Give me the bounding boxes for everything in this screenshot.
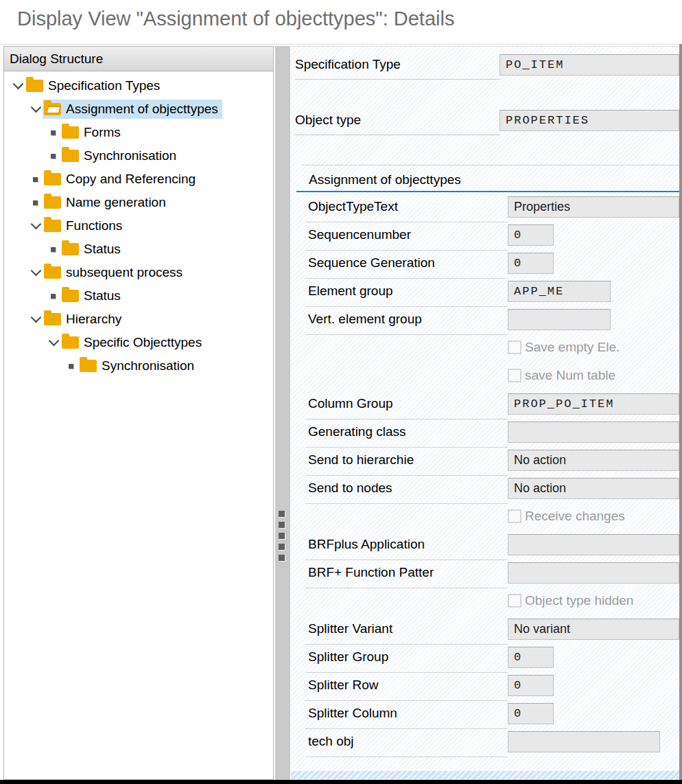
splitter-variant-field[interactable]: No variant — [508, 619, 679, 640]
tree-item-body: Specification Types — [25, 76, 164, 95]
form-row-splitter-group: Splitter Group0 — [291, 647, 679, 675]
object-type-field[interactable]: PROPERTIES — [499, 110, 679, 131]
chevron-down-icon[interactable] — [29, 270, 43, 275]
form-row-column-group: Column GroupPROP_PO_ITEM — [291, 393, 679, 422]
folder-icon — [44, 196, 61, 209]
checkbox-spacer — [305, 337, 508, 340]
tree-item-body: Status — [60, 240, 125, 259]
element-group-field[interactable]: APP_ME — [508, 281, 611, 302]
objecttypetext-label: ObjectTypeText — [305, 196, 508, 214]
splitter-column-field[interactable]: 0 — [508, 703, 554, 724]
generating-class-label: Generating class — [305, 422, 508, 439]
page-title: Display View "Assignment of objecttypes"… — [17, 8, 454, 30]
folder-icon — [44, 220, 61, 232]
form-row-send-to-hierarchie: Send to hierarchieNo action — [291, 450, 679, 478]
tree-item-status[interactable]: Status — [4, 238, 273, 261]
splitter-handle-icon[interactable] — [279, 511, 285, 566]
tree-item-body: Synchronisation — [78, 356, 198, 376]
column-group-field[interactable]: PROP_PO_ITEM — [508, 393, 679, 415]
brf-function-patter-field[interactable] — [508, 562, 679, 584]
chevron-down-icon[interactable] — [11, 84, 25, 88]
form-row-vert-element-group: Vert. element group — [291, 309, 679, 337]
tree-item-status[interactable]: Status — [4, 284, 273, 308]
chevron-down-icon[interactable] — [29, 224, 43, 228]
dialog-structure-header: Dialog Structure — [4, 47, 273, 71]
column-group-label: Column Group — [305, 393, 508, 411]
tree-item-synchronisation[interactable]: Synchronisation — [4, 354, 273, 378]
chevron-down-icon[interactable] — [47, 341, 60, 345]
tree-item-functions[interactable]: Functions — [4, 214, 273, 238]
folder-icon — [80, 360, 97, 372]
tree-item-synchronisation[interactable]: Synchronisation — [4, 144, 273, 168]
tree-item-forms[interactable]: Forms — [4, 121, 273, 144]
specification-type-field[interactable]: PO_ITEM — [499, 54, 679, 76]
form-row-send-to-nodes: Send to nodesNo action — [291, 478, 679, 506]
tree-item-copy-and-referencing[interactable]: Copy and Referencing — [4, 168, 273, 191]
send-to-hierarchie-field[interactable]: No action — [508, 450, 679, 471]
brfplus-application-label: BRFplus Application — [305, 534, 508, 552]
tree-item-assignment-of-objecttypes[interactable]: Assignment of objecttypes — [4, 97, 273, 121]
tree-item-specific-objecttypes[interactable]: Specific Objecttypes — [4, 331, 273, 354]
leaf-bullet-icon — [51, 154, 56, 159]
send-to-nodes-field[interactable]: No action — [508, 478, 679, 499]
form-row-tech-obj: tech obj — [291, 731, 679, 759]
sequencenumber-label: Sequencenumber — [305, 224, 508, 242]
form-row-brf-function-patter: BRF+ Function Patter — [291, 562, 679, 590]
chevron-down-icon[interactable] — [29, 107, 43, 111]
sequencenumber-field[interactable]: 0 — [508, 224, 554, 246]
tree-item-body: Forms — [60, 123, 125, 142]
splitter-row-field[interactable]: 0 — [508, 675, 554, 696]
form-row-generating-class: Generating class — [291, 422, 679, 450]
tree-item-label: Assignment of objecttypes — [66, 102, 218, 117]
group-title: Assignment of objecttypes — [291, 172, 679, 187]
splitter-row-label: Splitter Row — [305, 675, 508, 693]
folder-icon — [44, 173, 61, 185]
object-type-hidden-checkbox[interactable] — [508, 594, 521, 608]
tree-item-label: Functions — [66, 218, 122, 233]
tree-item-specification-types[interactable]: Specification Types — [4, 74, 273, 97]
save-empty-ele-checkbox[interactable] — [508, 341, 521, 354]
tree-item-body: Copy and Referencing — [43, 170, 200, 189]
splitter-dot — [279, 555, 285, 561]
brfplus-application-field[interactable] — [508, 534, 679, 555]
splitter-group-label: Splitter Group — [305, 647, 508, 665]
sequence-generation-field[interactable]: 0 — [508, 253, 554, 274]
splitter-column-label: Splitter Column — [305, 703, 508, 721]
tree-item-hierarchy[interactable]: Hierarchy — [4, 308, 273, 331]
form-row-sequence-generation: Sequence Generation0 — [291, 253, 679, 281]
form-row-splitter-variant: Splitter VariantNo variant — [291, 619, 679, 647]
tree-item-label: Forms — [84, 125, 121, 140]
leaf-bullet-icon — [69, 364, 73, 369]
tree-item-body: Synchronisation — [60, 146, 180, 165]
title-bar: Display View "Assignment of objecttypes"… — [0, 0, 682, 45]
folder-icon — [26, 80, 43, 92]
generating-class-field[interactable] — [508, 422, 679, 443]
leaf-bullet-icon — [51, 247, 56, 252]
splitter-group-field[interactable]: 0 — [508, 647, 554, 668]
checkbox-spacer — [305, 590, 508, 593]
vert-element-group-field[interactable] — [508, 309, 611, 330]
splitter[interactable] — [275, 46, 290, 780]
tree-item-label: Hierarchy — [66, 312, 121, 327]
save-num-table-checkbox[interactable] — [508, 369, 521, 382]
tree-item-label: Synchronisation — [84, 148, 176, 163]
folder-icon — [44, 313, 61, 325]
element-group-label: Element group — [305, 281, 508, 299]
chevron-down-icon[interactable] — [29, 317, 43, 321]
right-edge-border — [679, 44, 682, 780]
tree-item-label: Copy and Referencing — [66, 172, 196, 187]
checkbox-row-object-type-hidden: Object type hidden — [291, 590, 679, 619]
tree-item-name-generation[interactable]: Name generation — [4, 191, 273, 214]
tree-item-subsequent-process[interactable]: subsequent process — [4, 261, 273, 284]
tech-obj-field[interactable] — [508, 731, 660, 752]
tree-item-label: Specific Objecttypes — [84, 335, 202, 350]
checkbox-row-save-empty-ele: Save empty Ele. — [291, 337, 679, 365]
tree-item-body: Name generation — [43, 193, 170, 212]
tree-item-label: Name generation — [66, 195, 166, 210]
object-type-hidden-checkbox-label: Object type hidden — [525, 590, 633, 608]
tree-item-label: Status — [84, 288, 121, 303]
tree-item-body: subsequent process — [43, 263, 187, 282]
objecttypetext-field[interactable]: Properties — [508, 196, 679, 218]
folder-open-icon — [44, 103, 61, 115]
receive-changes-checkbox[interactable] — [508, 509, 521, 523]
